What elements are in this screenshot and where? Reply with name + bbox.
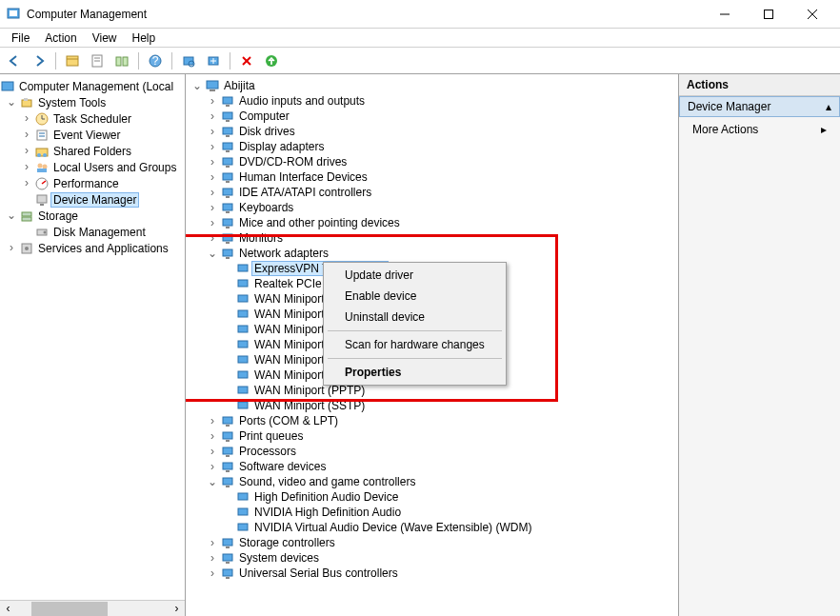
tree-performance[interactable]: Performance [51,177,121,190]
device-item[interactable]: High Definition Audio Device [252,490,400,504]
device-category[interactable]: Disk drives [237,125,297,138]
expand-icon[interactable]: › [205,154,220,170]
expand-icon[interactable]: › [205,550,220,566]
tree-root[interactable]: Computer Management (Local [17,80,175,93]
ctx-update-driver[interactable]: Update driver [326,265,504,286]
expand-icon[interactable]: ⌄ [205,474,220,490]
properties-button[interactable] [87,50,108,71]
expand-icon[interactable]: › [205,169,220,186]
expand-icon[interactable]: › [205,428,220,445]
device-category[interactable]: Print queues [237,429,305,443]
expand-icon[interactable]: › [205,230,220,247]
device-manager-pane[interactable]: ⌄ Abijita ›Audio inputs and outputs›Comp… [186,74,678,616]
ctx-properties[interactable]: Properties [326,362,504,383]
scan-hardware-button[interactable] [178,50,199,71]
device-category[interactable]: DVD/CD-ROM drives [237,155,349,169]
expand-icon[interactable]: › [205,444,220,460]
uninstall-button[interactable] [236,50,257,71]
device-category[interactable]: Storage controllers [237,536,337,549]
device-category[interactable]: Display adapters [237,140,326,153]
device-item[interactable]: WAN Miniport (SSTP) [252,399,367,412]
tree-storage[interactable]: Storage [36,209,80,223]
collapse-icon[interactable]: ⌄ [4,208,19,224]
help-button[interactable]: ? [145,50,166,71]
svg-rect-83 [223,432,232,439]
device-category-icon [220,124,235,139]
device-category[interactable]: Human Interface Devices [237,170,370,184]
show-hide-tree-button[interactable] [62,50,83,71]
expand-icon[interactable]: › [205,459,220,475]
tree-services-apps[interactable]: Services and Applications [36,242,170,255]
device-category[interactable]: Monitors [237,231,285,245]
tree-local-users[interactable]: Local Users and Groups [51,161,178,174]
actions-more[interactable]: More Actions ▸ [679,120,840,139]
expand-icon[interactable]: ⌄ [205,246,220,262]
expand-icon[interactable]: › [4,240,19,256]
refresh-button[interactable] [111,50,132,71]
expand-icon[interactable]: › [205,124,220,140]
device-category[interactable]: Universal Serial Bus controllers [237,566,400,580]
minimize-button[interactable] [703,0,747,29]
device-category[interactable]: Software devices [237,460,328,473]
tree-task-scheduler[interactable]: Task Scheduler [51,112,133,126]
console-tree-pane[interactable]: Computer Management (Local ⌄ System Tool… [0,74,186,616]
ctx-uninstall-device[interactable]: Uninstall device [326,307,504,328]
expand-icon[interactable]: › [205,566,220,582]
device-category[interactable]: Ports (COM & LPT) [237,414,340,427]
expand-icon[interactable]: › [205,185,220,201]
device-root[interactable]: Abijita [222,79,257,92]
menu-view[interactable]: View [85,30,125,46]
menu-file[interactable]: File [4,30,37,46]
expand-icon[interactable]: › [205,139,220,155]
tree-system-tools[interactable]: System Tools [36,96,108,109]
expand-icon[interactable]: › [205,215,220,231]
update-driver-button[interactable] [203,50,224,71]
collapse-icon[interactable]: ⌄ [4,94,19,110]
close-button[interactable] [790,0,834,29]
device-category[interactable]: Network adapters [237,247,330,260]
svg-rect-96 [223,554,232,561]
svg-rect-39 [37,195,47,203]
menu-action[interactable]: Action [37,30,84,46]
ctx-scan-hardware[interactable]: Scan for hardware changes [326,334,504,355]
expand-icon[interactable]: › [19,175,34,191]
svg-rect-79 [238,387,248,393]
expand-icon[interactable]: › [205,413,220,429]
device-category[interactable]: Audio inputs and outputs [237,94,367,108]
tree-disk-management[interactable]: Disk Management [51,226,148,239]
svg-rect-88 [226,470,230,472]
device-item[interactable]: NVIDIA High Definition Audio [252,506,403,519]
back-button[interactable] [4,50,25,71]
tree-event-viewer[interactable]: Event Viewer [51,129,122,142]
expand-icon[interactable]: › [19,143,34,159]
device-category[interactable]: Processors [237,445,298,458]
enable-button[interactable]: + [261,50,282,71]
expand-icon[interactable]: › [205,200,220,216]
maximize-button[interactable] [747,0,790,29]
expand-icon[interactable]: › [19,110,34,127]
actions-section[interactable]: Device Manager ▴ [679,96,840,117]
forward-button[interactable] [29,50,50,71]
device-category[interactable]: Sound, video and game controllers [237,475,417,488]
expand-icon[interactable]: › [205,535,220,551]
svg-rect-78 [238,371,248,378]
expand-icon[interactable]: › [19,159,34,175]
device-item[interactable]: WAN Miniport (PPTP) [252,384,367,397]
svg-rect-24 [24,98,28,101]
svg-rect-55 [223,143,232,149]
expand-icon[interactable]: › [19,127,34,143]
device-category[interactable]: System devices [237,551,321,565]
menu-help[interactable]: Help [125,30,164,46]
device-category[interactable]: Computer [237,109,291,123]
device-category[interactable]: Mice and other pointing devices [237,216,402,229]
device-category[interactable]: IDE ATA/ATAPI controllers [237,186,373,199]
expand-icon[interactable]: › [205,93,220,109]
device-category[interactable]: Keyboards [237,201,295,214]
ctx-enable-device[interactable]: Enable device [326,286,504,307]
collapse-icon[interactable]: ⌄ [190,78,205,94]
device-item[interactable]: NVIDIA Virtual Audio Device (Wave Extens… [252,521,533,534]
horizontal-scrollbar[interactable]: ‹ › [0,600,185,616]
tree-device-manager[interactable]: Device Manager [51,193,138,207]
expand-icon[interactable]: › [205,109,220,125]
tree-shared-folders[interactable]: Shared Folders [51,145,133,158]
